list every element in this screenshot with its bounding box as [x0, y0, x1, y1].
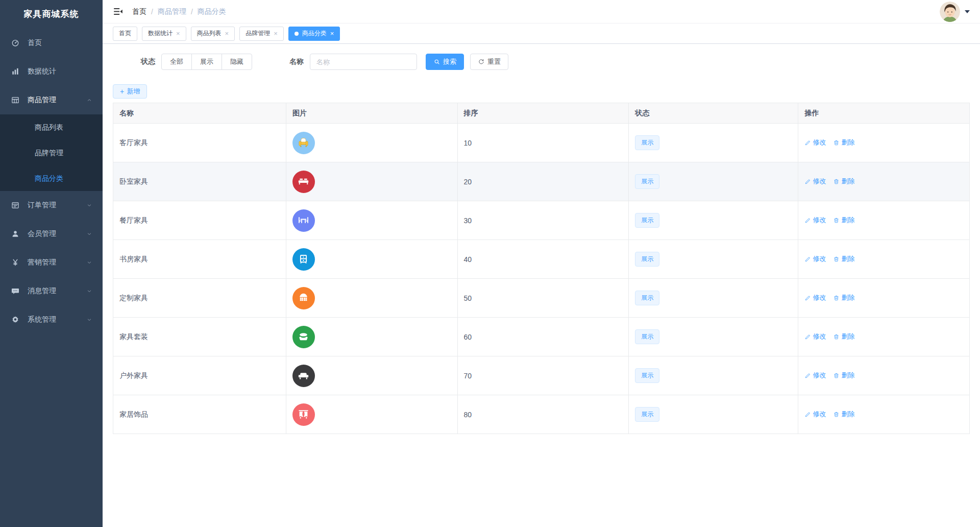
tab-close-icon[interactable]: × [225, 30, 229, 37]
tab-home[interactable]: 首页 [113, 27, 137, 41]
table-row-custom: 定制家具50展示修改删除 [113, 279, 970, 318]
status-cell: 展示 [629, 124, 798, 162]
sort-value-cell: 80 [457, 395, 629, 434]
plus-icon: + [120, 88, 124, 95]
sidebar-item-data-stats[interactable]: 数据统计 [0, 57, 103, 86]
status-option-show[interactable]: 展示 [191, 54, 222, 70]
sidebar-item-marketing-mgmt[interactable]: 营销管理 [0, 248, 103, 277]
caret-down-icon[interactable] [965, 10, 970, 13]
sidebar-fold-button[interactable] [113, 6, 124, 17]
reset-button-label: 重置 [487, 57, 501, 66]
sidebar-item-label: 系统管理 [28, 315, 56, 324]
breadcrumb-item[interactable]: 商品分类 [198, 7, 226, 16]
delete-action[interactable]: 删除 [833, 332, 854, 341]
status-tag[interactable]: 展示 [635, 213, 659, 227]
breadcrumb-item[interactable]: 商品管理 [158, 7, 186, 16]
category-name: 卧室家具 [119, 177, 148, 185]
delete-action[interactable]: 删除 [833, 254, 854, 264]
actions-cell: 修改删除 [798, 318, 970, 356]
sidebar-item-message-mgmt[interactable]: 消息管理 [0, 277, 103, 305]
sort-value-cell: 10 [457, 124, 629, 162]
reset-button[interactable]: 重置 [470, 54, 508, 70]
category-name: 户外家具 [119, 371, 148, 379]
sidebar-item-label: 商品管理 [28, 95, 56, 105]
outdoor-sofa-icon [292, 365, 315, 387]
tab-label: 首页 [119, 29, 131, 38]
category-name-cell: 家具套装 [113, 318, 286, 356]
delete-action[interactable]: 删除 [833, 177, 854, 186]
sidebar-item-member-mgmt[interactable]: 会员管理 [0, 220, 103, 248]
sidebar-item-label: 会员管理 [28, 229, 56, 238]
status-tag[interactable]: 展示 [635, 252, 659, 266]
actions-cell: 修改删除 [798, 356, 970, 395]
category-table: 名称图片排序状态操作 客厅家具10展示修改删除卧室家具20展示修改删除餐厅家具3… [113, 103, 970, 434]
sidebar-item-goods-list[interactable]: 商品列表 [0, 114, 103, 140]
search-button-label: 搜索 [443, 57, 456, 66]
status-option-all[interactable]: 全部 [161, 54, 192, 70]
column-header: 图片 [286, 103, 457, 124]
search-button[interactable]: 搜索 [426, 54, 464, 70]
tab-goods-category[interactable]: 商品分类× [288, 27, 340, 41]
edit-action[interactable]: 修改 [804, 177, 826, 186]
sidebar-item-brand-mgmt[interactable]: 品牌管理 [0, 140, 103, 165]
status-tag[interactable]: 展示 [635, 291, 659, 305]
edit-action[interactable]: 修改 [804, 293, 826, 302]
tab-close-icon[interactable]: × [274, 30, 278, 37]
delete-icon [833, 333, 840, 340]
sort-value-cell: 60 [457, 318, 629, 356]
category-image-cell [286, 162, 457, 201]
delete-action[interactable]: 删除 [833, 371, 854, 380]
user-menu[interactable] [940, 2, 970, 22]
tab-close-icon[interactable]: × [330, 30, 334, 37]
sort-value: 60 [464, 333, 472, 341]
edit-action-label: 修改 [813, 177, 826, 186]
name-filter-input[interactable] [310, 54, 417, 70]
status-tag[interactable]: 展示 [635, 407, 659, 421]
status-tag[interactable]: 展示 [635, 329, 659, 344]
delete-action[interactable]: 删除 [833, 410, 854, 419]
chevron-down-icon [86, 231, 92, 237]
breadcrumb-separator: / [191, 8, 193, 16]
armchair-icon [292, 132, 315, 154]
main-panel: 首页/商品管理/商品分类 [103, 0, 980, 527]
tab-data-stats[interactable]: 数据统计× [142, 27, 186, 41]
sidebar-item-goods-category[interactable]: 商品分类 [0, 165, 103, 191]
delete-action-label: 删除 [841, 177, 854, 186]
sidebar-item-order-mgmt[interactable]: 订单管理 [0, 191, 103, 220]
sidebar-menu: 首页数据统计商品管理商品列表品牌管理商品分类订单管理会员管理营销管理消息管理系统… [0, 29, 103, 334]
edit-action[interactable]: 修改 [804, 138, 826, 147]
tab-close-icon[interactable]: × [176, 30, 180, 37]
status-option-hide[interactable]: 隐藏 [222, 54, 252, 70]
sidebar-item-label: 首页 [28, 38, 42, 47]
category-name: 家具套装 [119, 332, 148, 341]
sidebar-item-home[interactable]: 首页 [0, 29, 103, 57]
delete-action-label: 删除 [841, 138, 854, 147]
edit-action[interactable]: 修改 [804, 332, 826, 341]
edit-action[interactable]: 修改 [804, 410, 826, 419]
category-name-cell: 家居饰品 [113, 395, 286, 434]
dashboard-icon [10, 38, 20, 48]
column-header: 排序 [457, 103, 629, 124]
delete-action[interactable]: 删除 [833, 293, 854, 302]
edit-action[interactable]: 修改 [804, 215, 826, 225]
avatar[interactable] [940, 2, 960, 22]
category-name: 定制家具 [119, 294, 148, 302]
status-tag[interactable]: 展示 [635, 174, 659, 188]
search-icon [433, 58, 440, 65]
column-header: 名称 [113, 103, 286, 124]
edit-action[interactable]: 修改 [804, 371, 826, 380]
edit-action-label: 修改 [813, 371, 826, 380]
sidebar-item-system-mgmt[interactable]: 系统管理 [0, 305, 103, 334]
add-button[interactable]: + 新增 [113, 84, 147, 99]
status-tag[interactable]: 展示 [635, 135, 659, 150]
tab-bar: 首页数据统计×商品列表×品牌管理×商品分类× [103, 23, 980, 44]
delete-action[interactable]: 删除 [833, 138, 854, 147]
edit-action[interactable]: 修改 [804, 254, 826, 264]
tab-goods-list[interactable]: 商品列表× [191, 27, 235, 41]
sidebar-item-goods-mgmt[interactable]: 商品管理 [0, 86, 103, 114]
category-image-cell [286, 318, 457, 356]
active-tab-dot [295, 32, 299, 36]
status-tag[interactable]: 展示 [635, 368, 659, 382]
delete-action[interactable]: 删除 [833, 215, 854, 225]
tab-brand-mgmt[interactable]: 品牌管理× [239, 27, 284, 41]
